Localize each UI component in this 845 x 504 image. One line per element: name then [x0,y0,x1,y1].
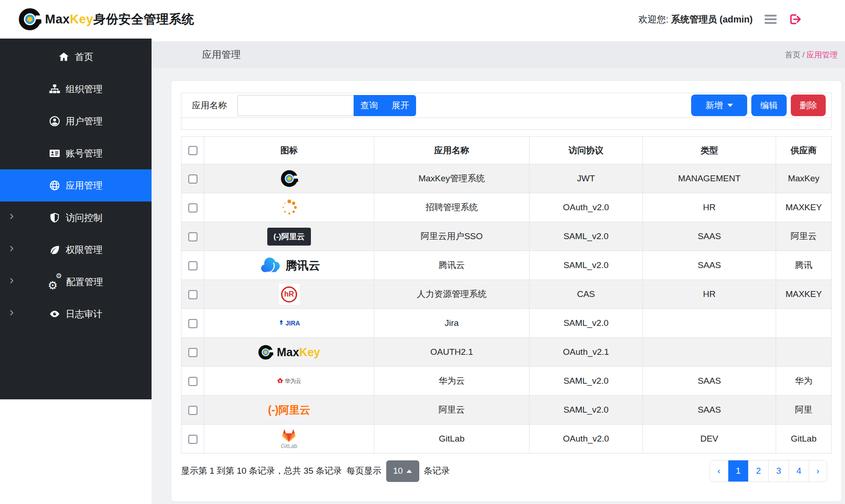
pagination-page-3[interactable]: 3 [768,460,789,482]
row-checkbox[interactable] [188,348,197,357]
gears-icon: ⚙⚙ [49,276,61,288]
page-header-bar: 应用管理 首页/应用管理 [152,41,845,68]
records-summary: 显示第 1 到第 10 条记录，总共 35 条记录 [181,465,342,477]
brand: MaxKey身份安全管理系统 [18,8,194,31]
id-card-icon [49,148,60,159]
user-circle-icon [49,116,60,127]
search-label: 应用名称 [181,100,237,112]
row-checkbox[interactable] [188,319,197,328]
column-header-icon: 图标 [204,137,374,164]
sidebar-item-apps[interactable]: 应用管理 [0,169,152,202]
gitlab-logo: GitLab [281,428,297,449]
table-row[interactable]: JIRA Jira SAML_v2.0 [181,309,832,338]
table-footer: 显示第 1 到第 10 条记录，总共 35 条记录 每页显示 10 条记录 ‹ … [181,460,832,482]
toolbar-spacer [181,118,831,129]
row-checkbox[interactable] [188,232,197,241]
eye-icon [49,308,60,319]
column-header-vendor: 供应商 [776,137,832,164]
column-header-type: 类型 [643,137,776,164]
app-header: MaxKey身份安全管理系统 欢迎您: 系统管理员 (admin) [0,0,845,39]
table-row[interactable]: (-)阿里云 阿里云用户SSO SAML_v2.0 SAAS 阿里云 [181,222,832,251]
table-row[interactable]: 华为云 华为云 SAML_v2.0 SAAS 华为 [181,367,832,396]
column-header-protocol: 访问协议 [530,137,643,164]
tencent-cloud-logo: 腾讯云 [204,257,374,274]
sidebar-item-accounts[interactable]: 账号管理 [0,137,152,169]
breadcrumb-home-link[interactable]: 首页 [785,50,800,59]
maxkey-logo-icon [18,8,41,31]
query-button[interactable]: 查询 [354,95,385,116]
row-checkbox[interactable] [188,174,197,184]
breadcrumb-current: 应用管理 [806,50,838,59]
table-row[interactable]: (-)阿里云 阿里云 SAML_v2.0 SAAS 阿里 [181,396,832,425]
row-checkbox[interactable] [188,290,197,299]
row-checkbox[interactable] [188,377,197,386]
pagination-page-4[interactable]: 4 [789,460,809,482]
shield-icon [49,212,60,223]
page-title: 应用管理 [202,48,241,61]
sidebar: 首页 组织管理 用户管理 [0,39,152,399]
pagination-prev-button[interactable]: ‹ [710,460,728,482]
current-user: 系统管理员 (admin) [671,14,753,24]
hr-logo: hR [279,284,300,305]
column-header-name: 应用名称 [374,137,530,164]
aliyun-dark-logo: (-)阿里云 [267,228,311,246]
chevron-right-icon [7,277,16,287]
breadcrumb: 首页/应用管理 [785,50,838,60]
row-checkbox[interactable] [188,203,197,213]
logout-icon[interactable] [789,13,801,26]
sidebar-item-home[interactable]: 首页 [0,41,152,73]
apps-table: 图标 应用名称 访问协议 类型 供应商 MaxKey管理系统 JWT MANAG… [181,136,832,454]
leaf-icon [49,244,60,255]
row-checkbox[interactable] [188,261,197,270]
chevron-right-icon [7,245,16,255]
pagination-next-button[interactable]: › [809,460,827,482]
menu-toggle-icon[interactable] [765,15,777,24]
pagination-page-1[interactable]: 1 [728,460,748,482]
sidebar-item-audit[interactable]: 日志审计 [0,298,152,330]
table-row[interactable]: MaxKey管理系统 JWT MANAGEMENT MaxKey [181,164,832,193]
sidebar-item-access-control[interactable]: 访问控制 [0,202,152,234]
table-row[interactable]: hR 人力资源管理系统 CAS HR MAXKEY [181,280,832,309]
table-row[interactable]: 招聘管理系统 OAuth_v2.0 HR MAXKEY [181,193,832,222]
globe-icon [49,180,60,191]
sidebar-item-permissions[interactable]: 权限管理 [0,234,152,266]
table-row[interactable]: GitLab GitLab OAuth_v2.0 DEV GitLab [181,425,832,454]
huawei-cloud-logo: 华为云 [277,377,301,385]
sidebar-item-users[interactable]: 用户管理 [0,105,152,137]
main-content: 应用管理 首页/应用管理 应用名称 查询 展开 新增 编辑 删除 [152,39,845,504]
content-card: 应用名称 查询 展开 新增 编辑 删除 图标 应用名称 访问协议 [171,80,842,502]
pagination-page-2[interactable]: 2 [748,460,768,482]
spinner-dots-icon [204,197,374,218]
maxkey-logo-icon [204,170,374,187]
table-row[interactable]: MaxKey OAUTH2.1 OAuth_v2.1 [181,338,832,367]
sidebar-item-org[interactable]: 组织管理 [0,73,152,105]
app-name-search-input[interactable] [237,95,354,116]
records-suffix: 条记录 [424,465,450,477]
maxkey-wordmark-logo: MaxKey [204,345,374,360]
chevron-right-icon [7,309,16,319]
brand-title: MaxKey身份安全管理系统 [45,11,194,28]
home-icon [58,51,69,62]
aliyun-orange-logo: (-)阿里云 [268,404,310,416]
row-checkbox[interactable] [188,435,197,444]
page-size-select[interactable]: 10 [386,460,419,482]
caret-up-icon [406,470,412,473]
welcome-text: 欢迎您: 系统管理员 (admin) [638,13,753,26]
sidebar-item-config[interactable]: ⚙⚙ 配置管理 [0,266,152,298]
jira-logo: JIRA [278,319,300,327]
search-panel: 应用名称 查询 展开 新增 编辑 删除 [181,93,832,130]
edit-button[interactable]: 编辑 [751,95,787,116]
sitemap-icon [49,84,60,95]
row-checkbox[interactable] [188,406,197,415]
caret-down-icon [727,104,733,107]
table-row[interactable]: 腾讯云 腾讯云 SAML_v2.0 SAAS 腾讯 [181,251,832,280]
per-page-label: 每页显示 [347,465,382,477]
delete-button[interactable]: 删除 [791,95,826,116]
add-button[interactable]: 新增 [691,95,747,116]
expand-button[interactable]: 展开 [385,95,416,116]
chevron-right-icon [7,213,16,223]
select-all-checkbox[interactable] [188,146,197,155]
pagination: ‹ 1 2 3 4 › [710,460,827,482]
